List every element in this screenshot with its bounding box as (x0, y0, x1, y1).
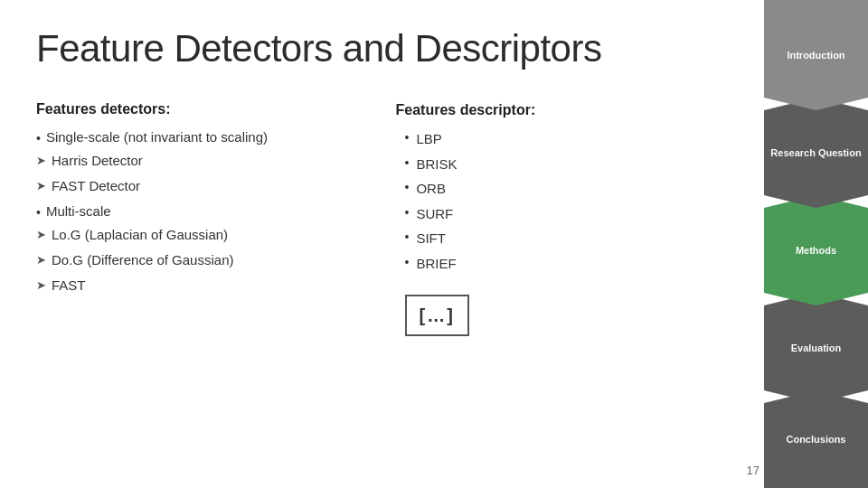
bullet-icon: • (405, 252, 410, 274)
sub-item-label: FAST (52, 275, 86, 296)
arrow-icon: ➤ (36, 277, 46, 296)
bullet-icon: • (405, 127, 410, 149)
list-item: • Multi-scale ➤ Lo.G (Laplacian of Gauss… (36, 201, 360, 296)
sub-item-label: FAST Detector (52, 175, 140, 197)
item-label: Multi-scale (46, 201, 111, 222)
sidebar-item-methods[interactable]: Methods (764, 195, 868, 305)
bullet-icon: • (405, 177, 410, 199)
right-section-title: Features descriptor: (396, 98, 720, 122)
sub-list-item: ➤ Harris Detector (36, 150, 360, 172)
main-content: Feature Detectors and Descriptors Featur… (36, 27, 832, 336)
sidebar-item-research-question[interactable]: Research Question (764, 98, 868, 208)
left-section-title: Features detectors: (36, 98, 360, 121)
arrow-icon: ➤ (36, 152, 46, 171)
item-label: SURF (416, 202, 453, 226)
item-label: ORB (416, 177, 446, 201)
list-item: • SIFT (405, 227, 720, 250)
bullet-icon: • (405, 202, 410, 224)
right-column: Features descriptor: • LBP • BRISK • ORB (396, 98, 720, 336)
arrow-icon: ➤ (36, 251, 46, 270)
ellipsis-indicator: […] (405, 295, 469, 336)
sidebar-item-evaluation[interactable]: Evaluation (764, 293, 868, 403)
sub-list: ➤ Lo.G (Laplacian of Gaussian) ➤ Do.G (D… (36, 224, 360, 296)
list-item: • BRISK (405, 153, 720, 176)
sidebar-nav: Introduction Research Question Methods E… (764, 0, 868, 488)
list-item: • LBP (405, 127, 720, 151)
item-label: LBP (416, 127, 441, 151)
bullet-icon: • (36, 128, 41, 148)
sub-list-item: ➤ Lo.G (Laplacian of Gaussian) (36, 224, 360, 246)
sub-list-item: ➤ FAST (36, 275, 360, 296)
sub-list: ➤ Harris Detector ➤ FAST Detector (36, 150, 360, 197)
sidebar-item-introduction[interactable]: Introduction (764, 0, 868, 110)
bullet-icon: • (405, 227, 410, 249)
page-number: 17 (747, 464, 760, 477)
item-label: SIFT (416, 227, 446, 250)
bullet-icon: • (36, 202, 41, 222)
bullet-icon: • (405, 153, 410, 174)
page-title: Feature Detectors and Descriptors (36, 27, 719, 70)
sub-item-label: Harris Detector (52, 150, 143, 172)
right-list: • LBP • BRISK • ORB • SURF (396, 127, 720, 275)
content-area: Features detectors: • Single-scale (not … (36, 98, 719, 336)
sub-item-label: Lo.G (Laplacian of Gaussian) (52, 224, 228, 246)
item-label: BRISK (416, 153, 457, 176)
sub-list-item: ➤ Do.G (Difference of Gaussian) (36, 249, 360, 271)
sub-item-label: Do.G (Difference of Gaussian) (52, 249, 233, 271)
list-item: • Single-scale (not invariant to scaling… (36, 127, 360, 197)
item-label: BRIEF (416, 252, 456, 276)
left-column: Features detectors: • Single-scale (not … (36, 98, 360, 336)
slide: Feature Detectors and Descriptors Featur… (0, 0, 868, 488)
left-list: • Single-scale (not invariant to scaling… (36, 127, 360, 297)
arrow-icon: ➤ (36, 226, 46, 245)
item-label: Single-scale (not invariant to scaling) (46, 127, 268, 148)
arrow-icon: ➤ (36, 177, 46, 196)
list-item: • SURF (405, 202, 720, 226)
list-item: • BRIEF (405, 252, 720, 276)
sub-list-item: ➤ FAST Detector (36, 175, 360, 197)
list-item: • ORB (405, 177, 720, 201)
sidebar-item-conclusions[interactable]: Conclusions (764, 390, 868, 488)
